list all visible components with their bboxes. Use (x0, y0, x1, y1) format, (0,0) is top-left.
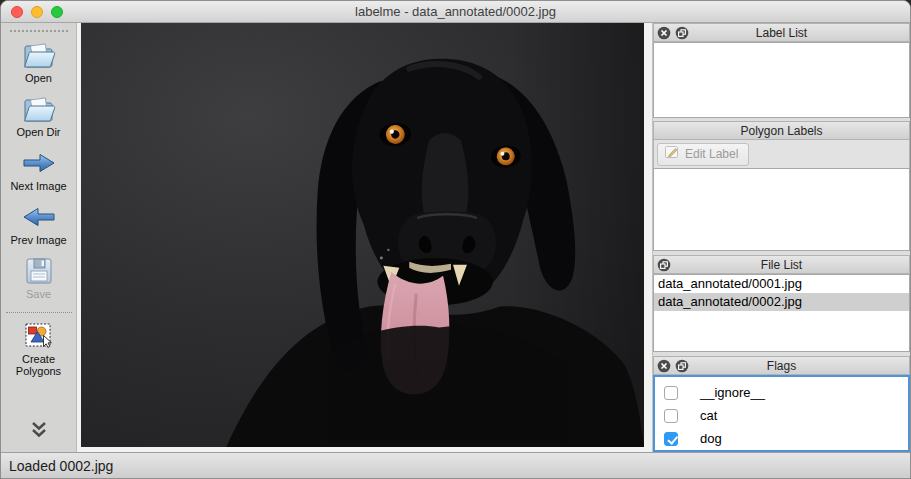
panel-title: Polygon Labels (740, 124, 822, 138)
toolbar-drag-handle[interactable] (10, 30, 68, 32)
flags-dock: Flags __ignore__ cat dog (653, 356, 910, 452)
polygons-icon (25, 321, 53, 351)
toolbar-button-create-polygons[interactable]: Create Polygons (3, 317, 75, 383)
labelme-window: labelme - data_annotated/0002.jpg Open (0, 0, 911, 479)
floppy-disk-icon (24, 256, 54, 286)
toolbar-overflow-chevron-icon[interactable] (29, 421, 49, 442)
flag-label: __ignore__ (700, 385, 765, 400)
toolbar-button-open-dir[interactable]: Open Dir (3, 90, 75, 144)
titlebar: labelme - data_annotated/0002.jpg (1, 1, 910, 23)
toolbar-label: Next Image (10, 180, 66, 192)
flags-list: __ignore__ cat dog (653, 375, 910, 452)
annotation-canvas[interactable] (81, 23, 644, 447)
zoom-window-button[interactable] (51, 6, 63, 18)
canvas-frame (77, 23, 652, 452)
flag-label: dog (700, 431, 722, 446)
file-list-dock: File List data_annotated/0001.jpg data_a… (653, 255, 910, 352)
right-dock-area: Label List Polygon Labels Edit Label (652, 23, 910, 452)
folder-icon (22, 40, 56, 70)
flag-checkbox[interactable] (664, 386, 678, 400)
polygon-labels-list[interactable] (653, 168, 910, 251)
panel-title: Label List (756, 26, 807, 40)
file-list: data_annotated/0001.jpg data_annotated/0… (653, 274, 910, 352)
label-list-header: Label List (653, 23, 910, 42)
dog-photo (81, 23, 644, 447)
file-list-header: File List (653, 255, 910, 274)
toolbar-label: Open Dir (16, 126, 60, 138)
label-list-dock: Label List (653, 23, 910, 118)
close-window-button[interactable] (11, 6, 23, 18)
flag-row[interactable]: cat (655, 404, 908, 427)
arrow-right-icon (21, 148, 57, 178)
toolbar-label: Save (26, 288, 51, 300)
flag-label: cat (700, 408, 717, 423)
flags-header: Flags (653, 356, 910, 375)
polygon-labels-header: Polygon Labels (653, 121, 910, 140)
toolbar: Open Open Dir (1, 23, 77, 452)
flag-row[interactable]: __ignore__ (655, 381, 908, 404)
toolbar-button-next-image[interactable]: Next Image (3, 144, 75, 198)
toolbar-label: Prev Image (10, 234, 66, 246)
edit-pencil-icon (664, 144, 680, 164)
toolbar-separator (6, 312, 72, 313)
polygon-labels-dock: Polygon Labels Edit Label (653, 121, 910, 251)
minimize-window-button[interactable] (31, 6, 43, 18)
edit-label-button-text: Edit Label (685, 147, 738, 161)
arrow-left-icon (21, 202, 57, 232)
float-panel-icon[interactable] (675, 26, 689, 40)
file-list-row[interactable]: data_annotated/0001.jpg (654, 275, 909, 293)
toolbar-label: Open (25, 72, 52, 84)
file-list-row[interactable]: data_annotated/0002.jpg (654, 293, 909, 311)
float-panel-icon[interactable] (657, 258, 671, 272)
flag-checkbox[interactable] (664, 409, 678, 423)
folder-icon (22, 94, 56, 124)
status-bar: Loaded 0002.jpg (1, 452, 910, 478)
window-title: labelme - data_annotated/0002.jpg (355, 4, 556, 19)
close-icon[interactable] (657, 26, 671, 40)
toolbar-label: Create Polygons (6, 353, 72, 377)
label-list[interactable] (653, 42, 910, 118)
close-icon[interactable] (657, 359, 671, 373)
toolbar-button-save[interactable]: Save (3, 252, 75, 306)
panel-title: Flags (767, 359, 796, 373)
flag-row[interactable]: dog (655, 427, 908, 450)
edit-label-button[interactable]: Edit Label (657, 143, 749, 166)
traffic-lights (11, 6, 63, 18)
panel-title: File List (761, 258, 802, 272)
float-panel-icon[interactable] (675, 359, 689, 373)
status-message: Loaded 0002.jpg (9, 458, 113, 474)
polygon-labels-toolbar: Edit Label (653, 140, 910, 168)
flag-checkbox[interactable] (664, 432, 678, 446)
toolbar-button-open[interactable]: Open (3, 36, 75, 90)
toolbar-button-prev-image[interactable]: Prev Image (3, 198, 75, 252)
